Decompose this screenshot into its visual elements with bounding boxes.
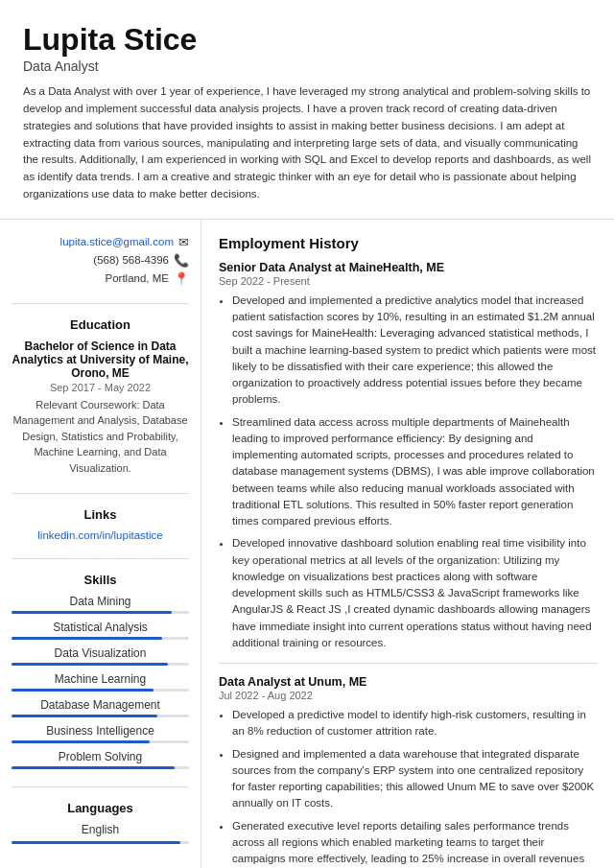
skill-bar-fill <box>12 611 172 614</box>
job-bullets-list: Developed a predictive model to identify… <box>219 707 597 868</box>
skill-item: Data Mining <box>12 595 189 614</box>
header-section: Lupita Stice Data Analyst As a Data Anal… <box>0 0 614 220</box>
employment-section: Employment History Senior Data Analyst a… <box>219 235 597 868</box>
email-icon: ✉ <box>178 235 189 249</box>
job-bullet: Developed innovative dashboard solution … <box>232 535 597 651</box>
skills-list: Data Mining Statistical Analysis Data Vi… <box>12 595 189 769</box>
job-title: Senior Data Analyst at MaineHealth, ME <box>219 261 597 274</box>
language-label: English <box>12 823 189 836</box>
job-bullet: Streamlined data access across multiple … <box>232 414 597 530</box>
skill-item: Database Management <box>12 698 189 717</box>
job-date: Jul 2022 - Aug 2022 <box>219 690 597 701</box>
job-bullet: Developed and implemented a predictive a… <box>232 293 597 409</box>
employment-heading: Employment History <box>219 235 597 251</box>
job-entry: Data Analyst at Unum, ME Jul 2022 - Aug … <box>219 675 597 868</box>
skill-bar-bg <box>12 663 189 666</box>
phone-number: (568) 568-4396 <box>93 254 169 266</box>
skill-bar-bg <box>12 611 189 614</box>
skill-label: Data Mining <box>12 595 189 608</box>
skill-label: Problem Solving <box>12 750 189 763</box>
skill-bar-fill <box>12 766 175 769</box>
languages-section: Languages English <box>12 801 189 844</box>
jobs-list: Senior Data Analyst at MaineHealth, ME S… <box>219 261 597 868</box>
skill-item: Data Visualization <box>12 646 189 666</box>
body-columns: lupita.stice@gmail.com ✉ (568) 568-4396 … <box>0 220 614 868</box>
languages-list: English <box>12 823 189 844</box>
skill-label: Machine Learning <box>12 672 189 686</box>
phone-icon: 📞 <box>174 253 189 268</box>
contact-email[interactable]: lupita.stice@gmail.com ✉ <box>12 235 189 249</box>
language-item: English <box>12 823 189 844</box>
skill-item: Statistical Analysis <box>12 621 189 640</box>
job-bullet: Designed and implemented a data warehous… <box>232 746 597 812</box>
contact-phone: (568) 568-4396 📞 <box>12 253 189 268</box>
education-degree: Bachelor of Science in Data Analytics at… <box>12 340 189 380</box>
skill-item: Problem Solving <box>12 750 189 769</box>
skill-bar-bg <box>12 740 189 743</box>
job-entry: Senior Data Analyst at MaineHealth, ME S… <box>219 261 597 651</box>
resume-page: Lupita Stice Data Analyst As a Data Anal… <box>0 0 614 868</box>
linkedin-link[interactable]: linkedin.com/in/lupitastice <box>12 529 189 541</box>
skill-bar-fill <box>12 740 150 743</box>
email-link[interactable]: lupita.stice@gmail.com <box>60 236 174 247</box>
links-heading: Links <box>12 507 189 522</box>
skill-bar-fill <box>12 663 168 666</box>
left-column: lupita.stice@gmail.com ✉ (568) 568-4396 … <box>0 220 201 868</box>
links-section: Links linkedin.com/in/lupitastice <box>12 507 189 541</box>
skill-bar-bg <box>12 689 189 692</box>
skills-heading: Skills <box>12 573 189 587</box>
skill-bar-bg <box>12 766 189 769</box>
education-heading: Education <box>12 317 189 332</box>
skill-label: Statistical Analysis <box>12 621 189 634</box>
location-text: Portland, ME <box>106 272 169 284</box>
skill-item: Machine Learning <box>12 672 189 692</box>
skill-bar-fill <box>12 689 154 692</box>
job-date: Sep 2022 - Present <box>219 275 597 287</box>
skill-label: Database Management <box>12 698 189 712</box>
skill-item: Business Intelligence <box>12 724 189 743</box>
job-title: Data Analyst at Unum, ME <box>219 675 597 689</box>
job-bullet: Developed a predictive model to identify… <box>232 707 597 740</box>
right-column: Employment History Senior Data Analyst a… <box>201 220 614 868</box>
job-bullets-list: Developed and implemented a predictive a… <box>219 293 597 651</box>
job-bullet: Generated executive level reports detail… <box>232 818 597 868</box>
language-bar-fill <box>12 841 180 844</box>
candidate-summary: As a Data Analyst with over 1 year of ex… <box>23 83 591 203</box>
education-section: Education Bachelor of Science in Data An… <box>12 317 189 477</box>
skill-bar-fill <box>12 637 162 640</box>
candidate-title: Data Analyst <box>23 59 591 74</box>
skills-section: Skills Data Mining Statistical Analysis … <box>12 573 189 769</box>
skill-bar-bg <box>12 715 189 717</box>
education-dates: Sep 2017 - May 2022 <box>12 382 189 393</box>
location-icon: 📍 <box>174 271 189 286</box>
skill-bar-bg <box>12 637 189 640</box>
language-bar-bg <box>12 841 189 844</box>
contact-section: lupita.stice@gmail.com ✉ (568) 568-4396 … <box>12 235 189 286</box>
candidate-name: Lupita Stice <box>23 23 591 57</box>
contact-location: Portland, ME 📍 <box>12 271 189 286</box>
skill-label: Data Visualization <box>12 646 189 660</box>
skill-label: Business Intelligence <box>12 724 189 738</box>
skill-bar-fill <box>12 715 157 717</box>
education-coursework: Relevant Coursework: Data Management and… <box>12 397 189 477</box>
languages-heading: Languages <box>12 801 189 815</box>
